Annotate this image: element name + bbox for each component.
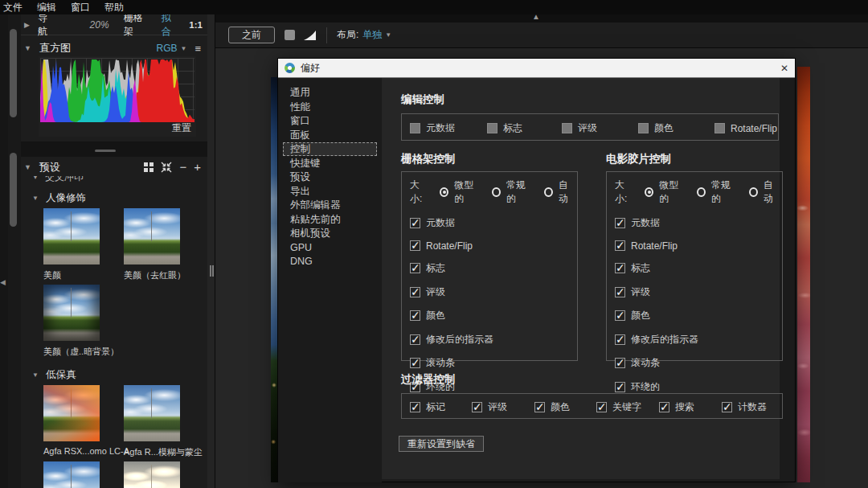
checkbox[interactable]: 颜色 <box>638 121 714 135</box>
checkbox-checked-icon[interactable] <box>534 402 545 412</box>
preset-thumbnail[interactable] <box>124 208 180 265</box>
splitter-grip[interactable] <box>210 265 214 277</box>
menu-item[interactable]: 文件 <box>3 1 23 14</box>
checkbox-checked-icon[interactable] <box>410 402 420 412</box>
prefs-nav-item[interactable]: 相机预设 <box>283 227 377 240</box>
preset-item[interactable] <box>43 461 124 488</box>
menu-item[interactable]: 编辑 <box>37 1 56 14</box>
preset-thumbnail[interactable] <box>43 461 100 488</box>
prefs-nav-item[interactable]: 外部编辑器 <box>283 199 377 212</box>
checkbox[interactable]: 评级 <box>410 285 577 299</box>
one-to-one-label[interactable]: 1:1 <box>189 20 203 30</box>
checkbox-checked-icon[interactable] <box>410 358 420 368</box>
preset-item[interactable]: 美颜 <box>43 208 124 281</box>
radio-icon[interactable] <box>544 187 553 197</box>
checkbox[interactable]: 标记 <box>410 400 472 414</box>
checkbox[interactable]: Rotate/Flip <box>714 121 778 135</box>
radio-icon[interactable] <box>749 187 758 197</box>
panel-divider-grip[interactable] <box>95 150 116 152</box>
checkbox-checked-icon[interactable] <box>615 287 625 297</box>
checkbox-checked-icon[interactable] <box>615 263 625 273</box>
checkbox-checked-icon[interactable] <box>596 402 607 412</box>
checkbox-checked-icon[interactable] <box>615 240 625 251</box>
checkbox[interactable]: 颜色 <box>534 400 596 414</box>
checkbox[interactable]: 修改后的指示器 <box>410 333 577 347</box>
grid-rack-label[interactable]: 栅格架 <box>124 14 149 39</box>
prefs-nav-item[interactable]: 通用 <box>283 86 377 100</box>
preset-item[interactable]: Agfa R...模糊与蒙尘 <box>124 385 204 458</box>
radio-selected-icon[interactable] <box>645 187 653 197</box>
zoom-percent[interactable]: 20% <box>90 19 109 31</box>
checkbox[interactable]: 标志 <box>410 261 577 275</box>
checkbox[interactable]: 标志 <box>487 121 562 135</box>
checkbox[interactable]: 元数据 <box>410 216 577 230</box>
checkbox-checked-icon[interactable] <box>615 382 625 392</box>
menu-item[interactable]: 窗口 <box>71 1 90 14</box>
checkbox-unchecked-icon[interactable] <box>410 123 420 133</box>
prefs-nav-item[interactable]: 快捷键 <box>283 157 377 170</box>
collapse-down-icon[interactable]: ▼ <box>24 44 31 52</box>
checkbox-checked-icon[interactable] <box>410 218 420 228</box>
checkbox[interactable]: 元数据 <box>615 216 782 230</box>
hamburger-icon[interactable]: ≡ <box>194 43 201 55</box>
prefs-nav-item[interactable]: 窗口 <box>283 114 377 128</box>
prefs-nav-item[interactable]: GPU <box>283 241 377 255</box>
expand-right-icon[interactable]: ▶ <box>24 21 30 29</box>
prefs-nav-item[interactable]: 性能 <box>283 100 377 114</box>
preset-thumbnail[interactable] <box>43 208 100 265</box>
solid-view-icon[interactable] <box>285 30 295 40</box>
layout-select[interactable]: 单独 <box>362 28 382 42</box>
minus-icon[interactable]: − <box>179 163 186 171</box>
prefs-nav-item[interactable]: DNG <box>283 255 377 269</box>
checkbox-checked-icon[interactable] <box>410 240 420 251</box>
checkbox[interactable]: 评级 <box>562 121 638 135</box>
dropdown-icon[interactable]: ▼ <box>385 31 391 39</box>
checkbox[interactable]: 颜色 <box>615 309 782 322</box>
preset-group-clipped[interactable]: ▼ 交叉冲印 <box>32 176 207 184</box>
scrollbar-thumb-top[interactable] <box>10 29 17 117</box>
menu-item[interactable]: 帮助 <box>104 1 124 14</box>
panel-splitter[interactable] <box>207 14 215 488</box>
radio-icon[interactable] <box>697 187 706 197</box>
checkbox-unchecked-icon[interactable] <box>562 123 572 133</box>
prefs-nav-item[interactable]: 导出 <box>283 185 377 199</box>
panel-collapse-left-icon[interactable]: ◀ <box>0 278 6 286</box>
checkbox[interactable]: 标志 <box>615 261 782 275</box>
prefs-nav-item[interactable]: 粘贴先前的 <box>283 213 377 227</box>
prefs-nav-item[interactable]: 控制 <box>283 142 377 156</box>
radio-selected-icon[interactable] <box>440 187 448 197</box>
checkbox[interactable]: Rotate/Flip <box>410 240 577 252</box>
checkbox-checked-icon[interactable] <box>615 334 625 345</box>
checkbox-checked-icon[interactable] <box>472 402 482 412</box>
histogram-header[interactable]: ▼ 直方图 RGB ▼ ≡ <box>21 40 207 56</box>
grid-view-icon[interactable] <box>144 162 154 172</box>
checkbox-checked-icon[interactable] <box>410 334 420 345</box>
checkbox-unchecked-icon[interactable] <box>714 123 725 133</box>
checkbox-checked-icon[interactable] <box>410 287 420 297</box>
checkbox[interactable]: 计数器 <box>722 400 782 414</box>
collapse-down-icon[interactable]: ▼ <box>32 371 39 379</box>
close-icon[interactable]: ✕ <box>780 64 788 73</box>
checkbox[interactable]: 关键字 <box>596 400 659 414</box>
presets-header[interactable]: ▼ 预设 − + <box>21 158 207 176</box>
checkbox[interactable]: 滚动条 <box>410 356 577 370</box>
reset-to-default-button[interactable]: 重新设置到缺省 <box>399 436 484 452</box>
checkbox[interactable]: 元数据 <box>410 121 487 135</box>
navigator-header[interactable]: ▶ 导航 20% 栅格架 拟合 1:1 <box>21 18 207 35</box>
checkbox-unchecked-icon[interactable] <box>638 123 649 133</box>
preset-item[interactable] <box>124 461 204 488</box>
checkbox-checked-icon[interactable] <box>615 218 625 228</box>
checkbox[interactable]: Rotate/Flip <box>615 240 782 252</box>
checkbox[interactable]: 修改后的指示器 <box>615 333 782 347</box>
fit-label[interactable]: 拟合 <box>162 14 178 39</box>
histogram-channel-select[interactable]: RGB <box>156 43 177 54</box>
preset-thumbnail[interactable] <box>43 385 100 441</box>
checkbox-checked-icon[interactable] <box>615 358 625 368</box>
checkbox-checked-icon[interactable] <box>722 402 732 412</box>
split-view-icon[interactable] <box>303 30 317 41</box>
collapse-all-icon[interactable] <box>161 162 172 173</box>
checkbox[interactable]: 评级 <box>472 400 534 414</box>
checkbox-checked-icon[interactable] <box>410 310 420 321</box>
preset-thumbnail[interactable] <box>124 385 180 441</box>
radio-icon[interactable] <box>492 187 501 197</box>
